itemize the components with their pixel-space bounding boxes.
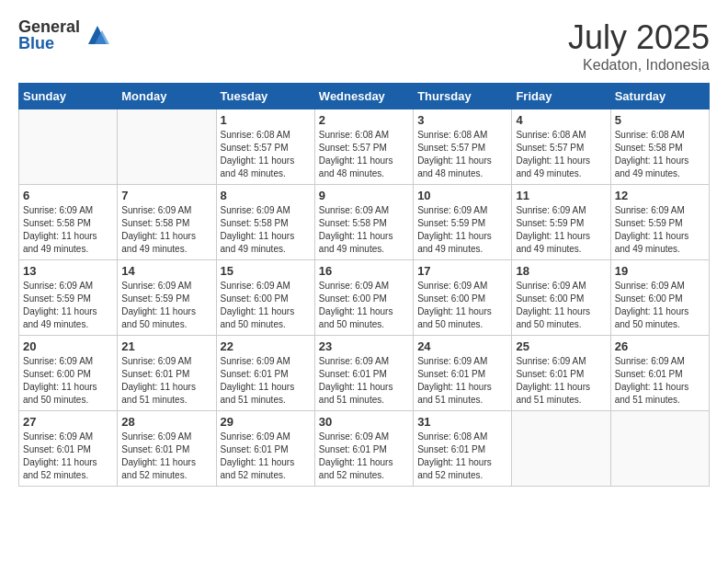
calendar-cell: 6Sunrise: 6:09 AM Sunset: 5:58 PM Daylig… xyxy=(19,185,118,260)
calendar-week-row: 13Sunrise: 6:09 AM Sunset: 5:59 PM Dayli… xyxy=(19,260,710,336)
day-number: 25 xyxy=(516,339,606,353)
day-number: 30 xyxy=(319,415,409,429)
day-number: 22 xyxy=(221,339,311,353)
day-info: Sunrise: 6:09 AM Sunset: 5:58 PM Dayligh… xyxy=(121,204,211,256)
day-number: 31 xyxy=(417,415,507,429)
calendar-cell: 18Sunrise: 6:09 AM Sunset: 6:00 PM Dayli… xyxy=(512,260,610,336)
calendar-cell: 1Sunrise: 6:08 AM Sunset: 5:57 PM Daylig… xyxy=(216,109,314,185)
day-number: 29 xyxy=(221,415,311,429)
day-info: Sunrise: 6:09 AM Sunset: 6:01 PM Dayligh… xyxy=(615,355,705,407)
day-info: Sunrise: 6:09 AM Sunset: 6:00 PM Dayligh… xyxy=(516,280,606,331)
day-number: 15 xyxy=(221,264,311,278)
day-info: Sunrise: 6:09 AM Sunset: 5:59 PM Dayligh… xyxy=(615,204,705,256)
weekday-header: Friday xyxy=(512,84,610,109)
day-info: Sunrise: 6:09 AM Sunset: 6:01 PM Dayligh… xyxy=(417,355,507,407)
day-number: 16 xyxy=(319,264,409,278)
day-info: Sunrise: 6:09 AM Sunset: 6:01 PM Dayligh… xyxy=(121,355,211,407)
logo-icon xyxy=(84,21,111,49)
day-info: Sunrise: 6:09 AM Sunset: 6:01 PM Dayligh… xyxy=(23,431,113,482)
day-number: 24 xyxy=(417,339,507,353)
title-area: July 2025 Kedaton, Indonesia xyxy=(568,18,710,74)
calendar-cell: 20Sunrise: 6:09 AM Sunset: 6:00 PM Dayli… xyxy=(19,336,118,411)
weekday-header: Wednesday xyxy=(314,84,413,109)
calendar-table: SundayMondayTuesdayWednesdayThursdayFrid… xyxy=(18,83,710,487)
day-info: Sunrise: 6:08 AM Sunset: 5:57 PM Dayligh… xyxy=(221,129,311,180)
day-info: Sunrise: 6:09 AM Sunset: 6:00 PM Dayligh… xyxy=(221,280,311,331)
day-info: Sunrise: 6:09 AM Sunset: 6:00 PM Dayligh… xyxy=(417,280,507,331)
calendar-cell xyxy=(19,109,118,185)
calendar-cell: 11Sunrise: 6:09 AM Sunset: 5:59 PM Dayli… xyxy=(512,185,610,260)
day-info: Sunrise: 6:09 AM Sunset: 5:58 PM Dayligh… xyxy=(221,204,311,256)
day-info: Sunrise: 6:08 AM Sunset: 5:57 PM Dayligh… xyxy=(516,129,606,180)
weekday-header: Tuesday xyxy=(216,84,314,109)
weekday-header: Saturday xyxy=(610,84,709,109)
day-info: Sunrise: 6:09 AM Sunset: 6:01 PM Dayligh… xyxy=(221,431,311,482)
day-number: 11 xyxy=(516,189,606,202)
day-number: 19 xyxy=(615,264,705,278)
calendar-week-row: 6Sunrise: 6:09 AM Sunset: 5:58 PM Daylig… xyxy=(19,185,710,260)
calendar-cell: 19Sunrise: 6:09 AM Sunset: 6:00 PM Dayli… xyxy=(610,260,709,336)
calendar-cell: 4Sunrise: 6:08 AM Sunset: 5:57 PM Daylig… xyxy=(512,109,610,185)
calendar-cell xyxy=(512,411,610,487)
page-header: General Blue July 2025 Kedaton, Indonesi… xyxy=(18,18,710,74)
day-info: Sunrise: 6:09 AM Sunset: 6:01 PM Dayligh… xyxy=(319,355,409,407)
day-number: 3 xyxy=(417,113,507,127)
day-info: Sunrise: 6:09 AM Sunset: 5:59 PM Dayligh… xyxy=(121,280,211,331)
calendar-week-row: 20Sunrise: 6:09 AM Sunset: 6:00 PM Dayli… xyxy=(19,336,710,411)
calendar-cell: 26Sunrise: 6:09 AM Sunset: 6:01 PM Dayli… xyxy=(610,336,709,411)
day-info: Sunrise: 6:09 AM Sunset: 6:01 PM Dayligh… xyxy=(319,431,409,482)
day-number: 9 xyxy=(319,189,409,202)
day-number: 20 xyxy=(23,339,113,353)
day-info: Sunrise: 6:09 AM Sunset: 6:01 PM Dayligh… xyxy=(516,355,606,407)
calendar-cell: 15Sunrise: 6:09 AM Sunset: 6:00 PM Dayli… xyxy=(216,260,314,336)
calendar-cell: 9Sunrise: 6:09 AM Sunset: 5:58 PM Daylig… xyxy=(314,185,413,260)
calendar-cell: 5Sunrise: 6:08 AM Sunset: 5:58 PM Daylig… xyxy=(610,109,709,185)
day-number: 14 xyxy=(121,264,211,278)
month-title: July 2025 xyxy=(568,18,710,57)
calendar-cell: 27Sunrise: 6:09 AM Sunset: 6:01 PM Dayli… xyxy=(19,411,118,487)
day-number: 21 xyxy=(121,339,211,353)
day-info: Sunrise: 6:09 AM Sunset: 6:00 PM Dayligh… xyxy=(615,280,705,331)
weekday-header: Sunday xyxy=(19,84,118,109)
calendar-week-row: 1Sunrise: 6:08 AM Sunset: 5:57 PM Daylig… xyxy=(19,109,710,185)
day-number: 6 xyxy=(23,189,113,202)
day-info: Sunrise: 6:09 AM Sunset: 6:01 PM Dayligh… xyxy=(221,355,311,407)
day-info: Sunrise: 6:08 AM Sunset: 5:58 PM Dayligh… xyxy=(615,129,705,180)
day-info: Sunrise: 6:09 AM Sunset: 5:59 PM Dayligh… xyxy=(516,204,606,256)
calendar-cell: 30Sunrise: 6:09 AM Sunset: 6:01 PM Dayli… xyxy=(314,411,413,487)
calendar-cell: 29Sunrise: 6:09 AM Sunset: 6:01 PM Dayli… xyxy=(216,411,314,487)
weekday-header: Thursday xyxy=(414,84,512,109)
day-number: 2 xyxy=(319,113,409,127)
calendar-cell: 17Sunrise: 6:09 AM Sunset: 6:00 PM Dayli… xyxy=(414,260,512,336)
calendar-cell: 7Sunrise: 6:09 AM Sunset: 5:58 PM Daylig… xyxy=(118,185,216,260)
day-number: 26 xyxy=(615,339,705,353)
day-number: 13 xyxy=(23,264,113,278)
day-info: Sunrise: 6:08 AM Sunset: 6:01 PM Dayligh… xyxy=(417,431,507,482)
calendar-cell: 16Sunrise: 6:09 AM Sunset: 6:00 PM Dayli… xyxy=(314,260,413,336)
calendar-cell xyxy=(118,109,216,185)
day-info: Sunrise: 6:09 AM Sunset: 6:01 PM Dayligh… xyxy=(121,431,211,482)
day-number: 4 xyxy=(516,113,606,127)
day-number: 23 xyxy=(319,339,409,353)
calendar-cell: 10Sunrise: 6:09 AM Sunset: 5:59 PM Dayli… xyxy=(414,185,512,260)
day-number: 27 xyxy=(23,415,113,429)
calendar-cell: 21Sunrise: 6:09 AM Sunset: 6:01 PM Dayli… xyxy=(118,336,216,411)
day-info: Sunrise: 6:09 AM Sunset: 5:59 PM Dayligh… xyxy=(417,204,507,256)
day-number: 7 xyxy=(121,189,211,202)
calendar-cell: 31Sunrise: 6:08 AM Sunset: 6:01 PM Dayli… xyxy=(414,411,512,487)
day-info: Sunrise: 6:09 AM Sunset: 5:58 PM Dayligh… xyxy=(319,204,409,256)
calendar-cell: 28Sunrise: 6:09 AM Sunset: 6:01 PM Dayli… xyxy=(118,411,216,487)
calendar-cell: 24Sunrise: 6:09 AM Sunset: 6:01 PM Dayli… xyxy=(414,336,512,411)
calendar-cell: 2Sunrise: 6:08 AM Sunset: 5:57 PM Daylig… xyxy=(314,109,413,185)
calendar-cell: 23Sunrise: 6:09 AM Sunset: 6:01 PM Dayli… xyxy=(314,336,413,411)
calendar-week-row: 27Sunrise: 6:09 AM Sunset: 6:01 PM Dayli… xyxy=(19,411,710,487)
day-number: 17 xyxy=(417,264,507,278)
day-number: 12 xyxy=(615,189,705,202)
calendar-cell: 3Sunrise: 6:08 AM Sunset: 5:57 PM Daylig… xyxy=(414,109,512,185)
weekday-header: Monday xyxy=(118,84,216,109)
calendar-cell: 25Sunrise: 6:09 AM Sunset: 6:01 PM Dayli… xyxy=(512,336,610,411)
day-number: 10 xyxy=(417,189,507,202)
calendar-cell: 8Sunrise: 6:09 AM Sunset: 5:58 PM Daylig… xyxy=(216,185,314,260)
day-number: 28 xyxy=(121,415,211,429)
day-info: Sunrise: 6:09 AM Sunset: 5:59 PM Dayligh… xyxy=(23,280,113,331)
